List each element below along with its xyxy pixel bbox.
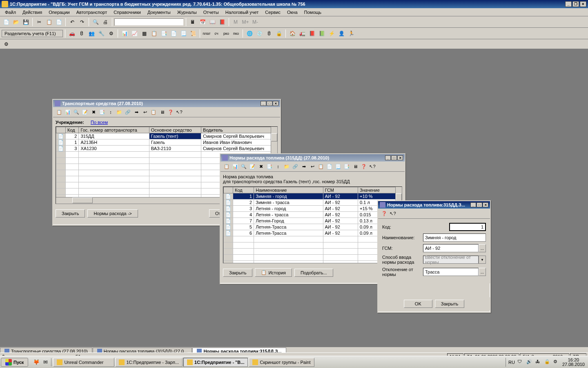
mail-icon[interactable]: ✉ [41, 358, 49, 366]
cut-icon[interactable]: ✂ [35, 18, 44, 27]
tray-icon[interactable]: ⚙ [553, 359, 560, 366]
tray-icon[interactable]: 🔒 [544, 359, 551, 366]
deviation-lookup-button[interactable]: ... [479, 268, 486, 276]
menu-автотранспорт[interactable]: Автотранспорт [73, 9, 111, 16]
tb-icon[interactable]: ⚙ [107, 29, 116, 38]
maximize-button[interactable]: □ [391, 155, 397, 160]
table-row[interactable]: 📄1Зимняя - городАИ - 92+10 % [224, 193, 402, 200]
tb-icon[interactable]: ↖? [369, 163, 376, 170]
task-button[interactable]: Скриншот группы - Paint [249, 358, 314, 367]
tb-icon[interactable]: 📑 [98, 108, 106, 116]
tb-icon[interactable]: 📄 [326, 163, 333, 170]
context-help-icon[interactable]: ↖? [389, 210, 396, 217]
menu-операции[interactable]: Операции [45, 9, 73, 16]
menu-налоговый учет[interactable]: Налоговый учет [222, 9, 262, 16]
print-icon[interactable]: 🖨 [101, 18, 110, 27]
tb-icon[interactable]: 📋 [150, 108, 157, 116]
tb-icon[interactable]: пко [232, 29, 241, 38]
save-icon[interactable]: 💾 [21, 18, 30, 27]
tb-icon[interactable]: 📕 [307, 29, 316, 38]
tb-icon[interactable]: 📑 [266, 163, 273, 170]
tb-icon[interactable]: 📁 [116, 108, 123, 116]
tb-icon[interactable]: 🏠 [288, 29, 297, 38]
history-button[interactable]: 📋 История [255, 268, 292, 277]
tb-icon[interactable]: ❓ [167, 108, 174, 116]
tb-icon[interactable]: 🖥 [352, 163, 359, 170]
close-button[interactable]: ✕ [397, 155, 403, 160]
tb-icon[interactable]: 🔗 [124, 108, 131, 116]
tb-icon[interactable]: 👥 [87, 29, 96, 38]
tb-icon[interactable]: 📊 [232, 163, 239, 170]
tb-icon[interactable]: 🚗 [67, 29, 76, 38]
m-minus-icon[interactable]: M- [251, 18, 260, 27]
tb-icon[interactable]: 📄 [169, 29, 178, 38]
tb-icon[interactable]: 🚛 [298, 29, 307, 38]
tb-icon[interactable]: 📑 [159, 29, 168, 38]
tb-icon[interactable]: ❓ [360, 163, 368, 170]
start-button[interactable]: Пуск [1, 358, 28, 367]
tb-icon[interactable]: 💿 [255, 29, 264, 38]
gsm-field[interactable]: АИ - 92 [423, 244, 479, 252]
m-icon[interactable]: M [231, 18, 240, 27]
tb-icon[interactable]: 📈 [130, 29, 139, 38]
tb-icon[interactable]: ↩ [141, 108, 149, 116]
menu-отчеты[interactable]: Отчеты [200, 9, 222, 16]
menu-файл[interactable]: Файл [2, 9, 19, 16]
close-button[interactable]: Закрыть [223, 269, 252, 277]
tb-icon[interactable]: 📝 [81, 108, 89, 116]
table-row[interactable]: 📄4Летняя - трассаАИ - 920.015 [224, 212, 402, 218]
close-button[interactable]: ✕ [483, 202, 488, 207]
tb-icon[interactable]: 📜 [189, 29, 198, 38]
minimize-button[interactable]: _ [565, 1, 572, 7]
tb-icon[interactable]: 📑 [343, 163, 350, 170]
table-row[interactable]: 📄6Летняя-ТрассаАИ - 920.09 л [224, 230, 402, 236]
tb-icon[interactable]: 📋 [149, 29, 158, 38]
pick-button[interactable]: Подобрать... [294, 269, 333, 277]
tb-icon[interactable]: ✖ [257, 163, 265, 170]
tb-icon[interactable]: ➡ [300, 163, 307, 170]
tb-icon[interactable]: 📃 [179, 29, 188, 38]
tb-icon[interactable]: 📊 [120, 29, 129, 38]
tb-icon[interactable]: ↕ [107, 108, 114, 116]
minimize-button[interactable]: _ [470, 202, 476, 207]
tb-icon[interactable]: 🖥 [158, 108, 166, 116]
tb-icon[interactable]: 🏃 [347, 29, 356, 38]
task-button[interactable]: 1С:Предприятие - "В... [183, 358, 248, 367]
redo-icon[interactable]: ↷ [78, 18, 87, 27]
table-row[interactable]: 📄7Летняя-ГородАИ - 920.13 л [224, 218, 402, 224]
menu-журналы[interactable]: Журналы [174, 9, 200, 16]
tb-icon[interactable]: 🔧 [97, 29, 106, 38]
tray-icon[interactable]: 🔊 [526, 359, 533, 366]
close-button[interactable]: Закрыть [435, 300, 464, 308]
tb-icon[interactable]: 📋 [56, 108, 63, 116]
menu-действия[interactable]: Действия [19, 9, 45, 16]
tb-icon[interactable]: сч [212, 29, 221, 38]
book-icon[interactable]: 📖 [208, 18, 217, 27]
norms-button[interactable]: Нормы расхода -> [87, 209, 138, 218]
maximize-button[interactable]: □ [477, 202, 482, 207]
table-row[interactable]: 📄5Летняя-ТрассаАИ - 920.09 л [224, 224, 402, 230]
task-button[interactable]: Unreal Commander [53, 358, 114, 367]
calendar-icon[interactable]: 📅 [198, 18, 207, 27]
minimize-button[interactable]: _ [385, 155, 391, 160]
tb-icon[interactable]: ↩ [309, 163, 316, 170]
code-field[interactable]: 1 [449, 223, 486, 231]
m-plus-icon[interactable]: M+ [241, 18, 250, 27]
tb-icon[interactable]: 📃 [334, 163, 342, 170]
close-button[interactable]: ✕ [273, 101, 278, 106]
menu-помощь[interactable]: Помощь [301, 9, 325, 16]
tb-icon[interactable]: 📋 [317, 163, 325, 170]
tb-icon[interactable]: 🔗 [292, 163, 299, 170]
table-row[interactable]: 📄1А213БНГазельИванов Иван Иванович [56, 139, 277, 146]
institution-link[interactable]: По всем [91, 120, 108, 125]
undo-icon[interactable]: ↶ [68, 18, 77, 27]
norms-table[interactable]: КодНаименованиеГСМЗначение📄1Зимняя - гор… [223, 187, 402, 263]
clock[interactable]: 16:20 27.08.2010 [562, 358, 585, 367]
open-icon[interactable]: 📂 [11, 18, 20, 27]
tb-icon[interactable]: ↖? [176, 108, 183, 116]
restore-button[interactable]: ❐ [572, 1, 579, 7]
menu-справочники[interactable]: Справочники [110, 9, 144, 16]
method-dropdown[interactable]: ▼ [479, 256, 486, 264]
tb-icon[interactable]: 📁 [283, 163, 290, 170]
tb-icon[interactable]: 🛢 [77, 29, 86, 38]
